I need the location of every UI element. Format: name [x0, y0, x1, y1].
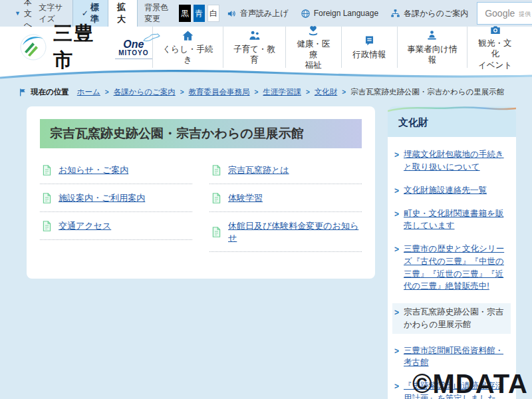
heart-hand-icon — [307, 24, 320, 37]
main-content-card: 宗吉瓦窯跡史跡公園・宗吉かわらの里展示館 お知らせ・ご案内 施設案内・ご利用案内… — [27, 106, 375, 279]
sidebar-wave-decoration — [388, 104, 516, 112]
business-person-icon — [426, 29, 438, 42]
speaker-icon — [227, 9, 237, 19]
mdata-watermark: ©MDATA — [412, 369, 528, 399]
camera-icon — [489, 24, 502, 36]
city-logo[interactable]: 三豊市 One MITOYO — [20, 21, 152, 74]
family-icon — [247, 29, 261, 42]
chevron-right-icon: > — [394, 243, 399, 293]
link-shisetsu[interactable]: 施設案内・ご利用案内 — [40, 184, 192, 212]
speech-readout-link[interactable]: 音声読み上げ — [227, 0, 289, 27]
chevron-right-icon: > — [394, 207, 399, 233]
nav-item-kanko[interactable]: 観光・文化 イベント — [467, 27, 523, 68]
sidebar-item-muneyoshi-current[interactable]: > 宗吉瓦窯跡史跡公園・宗吉かわらの里展示館 — [392, 303, 511, 334]
link-kawarato-towa[interactable]: 宗吉瓦窯跡とは — [209, 156, 362, 184]
breadcrumb-current-page: 宗吉瓦窯跡史跡公園・宗吉かわらの里展示館 — [350, 87, 504, 97]
chevron-right-icon: > — [105, 88, 109, 96]
flag-icon — [19, 88, 27, 97]
link-taiken[interactable]: 体験学習 — [209, 184, 362, 212]
green-document-icon — [211, 164, 222, 176]
breadcrumb-label: 現在の位置 — [31, 87, 69, 97]
google-search-provided: 提供 — [519, 8, 531, 19]
breadcrumb-cultural-assets[interactable]: 文化財 — [315, 87, 338, 97]
link-oshirase[interactable]: お知らせ・ご案内 — [40, 156, 192, 184]
nav-item-kurashi[interactable]: くらし・手続き — [152, 27, 223, 68]
green-document-icon — [41, 164, 53, 176]
chevron-right-icon: > — [306, 88, 310, 96]
mitoyo-map-icon — [143, 33, 160, 42]
one-mitoyo-logo: One MITOYO — [115, 34, 152, 61]
bg-blue-button[interactable]: 青 — [194, 5, 205, 22]
breadcrumb-departments[interactable]: 各課からのご案内 — [114, 87, 176, 97]
home-icon — [182, 29, 194, 42]
city-emblem-icon — [20, 34, 47, 61]
chevron-right-icon: > — [180, 88, 184, 96]
foreign-language-link[interactable]: Foreign Language — [301, 0, 378, 27]
nav-item-gyosei[interactable]: 行政情報 — [341, 27, 397, 68]
global-nav: くらし・手続き 子育て・教育 健康・医療 福祉 行政情報 事業者向け情報 — [152, 27, 523, 68]
chevron-right-icon: > — [394, 380, 399, 399]
chevron-right-icon: > — [394, 306, 399, 331]
sidebar-links: > 埋蔵文化財包蔵地の手続きと取り扱いについて > 文化財施設連絡先一覧 > 町… — [388, 137, 516, 399]
triangle-down-icon: ▼ — [15, 10, 21, 17]
breadcrumb: 現在の位置 ホーム > 各課からのご案内 > 教育委員会事務局 > 生涯学習課 … — [0, 80, 532, 101]
green-document-icon — [41, 220, 53, 232]
google-search-brand: Google — [485, 8, 515, 19]
site-header: 三豊市 One MITOYO くらし・手続き 子育て・教育 — [0, 27, 532, 68]
globe-icon — [301, 9, 311, 19]
chevron-right-icon: > — [394, 148, 399, 174]
page-title: 宗吉瓦窯跡史跡公園・宗吉かわらの里展示館 — [40, 119, 362, 148]
link-access[interactable]: 交通アクセス — [40, 212, 192, 240]
google-search-input[interactable]: Google 提供 — [477, 2, 532, 25]
city-name: 三豊市 — [53, 21, 108, 74]
chevron-right-icon: > — [342, 88, 346, 96]
nav-item-kenko[interactable]: 健康・医療 福祉 — [285, 27, 341, 68]
sitemap-icon — [390, 9, 400, 19]
breadcrumb-board-of-education[interactable]: 教育委員会事務局 — [189, 87, 250, 97]
departments-guide-link[interactable]: 各課からのご案内 — [390, 0, 468, 27]
chevron-right-icon: > — [394, 184, 399, 197]
document-icon — [363, 35, 376, 47]
sidebar: 文化財 > 埋蔵文化財包蔵地の手続きと取り扱いについて > 文化財施設連絡先一覧… — [388, 106, 516, 399]
bg-black-button[interactable]: 黒 — [179, 5, 190, 22]
bg-white-button[interactable]: 白 — [207, 5, 219, 22]
sidebar-item-rekishi-series[interactable]: > 三豊市の歴史と文化シリーズ『古代の三豊』『中世の三豊』『近世の三豊』『近代の… — [394, 243, 509, 293]
green-document-icon — [211, 192, 222, 204]
sidebar-item-takuma-museum[interactable]: > 三豊市詫間町民俗資料館・考古館 — [394, 344, 509, 370]
chevron-right-icon: > — [255, 88, 259, 96]
breadcrumb-lifelong-learning[interactable]: 生涯学習課 — [263, 87, 301, 97]
check-icon: ✓ — [82, 9, 88, 18]
sidebar-title: 文化財 — [388, 106, 516, 137]
sidebar-item-renrakusaki[interactable]: > 文化財施設連絡先一覧 — [394, 184, 509, 197]
sidebar-item-shoseki[interactable]: > 町史・文化財関連書籍を販売しています — [394, 207, 509, 233]
nav-item-jigyosha[interactable]: 事業者向け情報 — [397, 27, 467, 68]
sidebar-item-maizo[interactable]: > 埋蔵文化財包蔵地の手続きと取り扱いについて — [394, 148, 509, 174]
link-kyukan[interactable]: 休館日及び体験料金変更のお知らせ — [209, 212, 362, 252]
green-document-icon — [211, 226, 222, 238]
nav-item-kosodate[interactable]: 子育て・教育 — [223, 27, 285, 68]
content-area: 宗吉瓦窯跡史跡公園・宗吉かわらの里展示館 お知らせ・ご案内 施設案内・ご利用案内… — [0, 101, 532, 399]
breadcrumb-home[interactable]: ホーム — [77, 87, 100, 97]
chevron-right-icon: > — [394, 344, 399, 370]
green-document-icon — [41, 192, 53, 204]
page-links: お知らせ・ご案内 施設案内・ご利用案内 交通アクセス 宗吉瓦窯跡とは — [40, 156, 362, 252]
